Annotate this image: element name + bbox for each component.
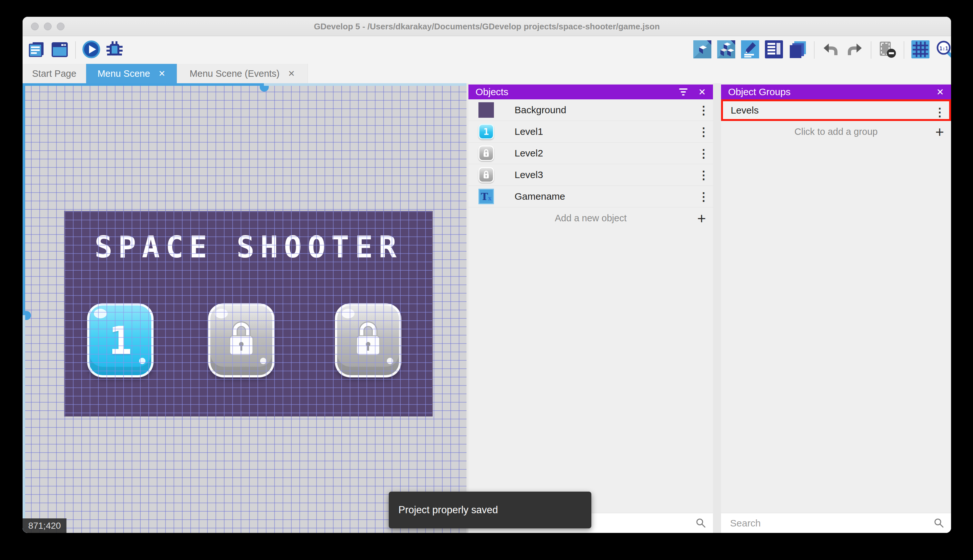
close-panel-icon[interactable]: ✕ [936,87,944,97]
toolbar-separator [904,41,904,59]
project-manager-button[interactable] [27,41,45,59]
close-tab-icon[interactable]: ✕ [158,69,165,79]
scene-background-object[interactable]: SPACE SHOOTER 1 [65,211,432,416]
object-name: Background [515,105,566,115]
main-toolbar: 1:1 [23,36,951,64]
gdevelop-window: GDevelop 5 - /Users/dkarakay/Documents/G… [23,17,951,533]
zoom-ratio-label: 1:1 [940,46,948,52]
object-groups-search-bar [721,513,951,533]
tab-start-page[interactable]: Start Page [23,64,86,83]
title-bar: GDevelop 5 - /Users/dkarakay/Documents/G… [23,17,951,36]
toolbar-separator [814,41,815,59]
close-tab-icon[interactable]: ✕ [288,69,295,79]
text-object-thumbnail: Tx [478,189,494,204]
window-mask-icon [878,40,897,60]
horizontal-scrollbar-knob[interactable] [260,86,269,92]
group-name: Levels [731,105,759,116]
launch-preview-button[interactable] [82,41,100,59]
vertical-scrollbar-knob[interactable] [25,311,31,320]
plus-icon[interactable]: + [697,211,706,226]
level1-button-label: 1 [109,318,132,363]
zoom-options-button[interactable]: 1:1 [935,41,951,59]
plus-icon[interactable]: + [935,125,944,139]
close-panel-icon[interactable]: ✕ [698,87,706,97]
properties-pencil-icon [741,40,759,60]
tab-label: Menu Scene (Events) [190,68,280,79]
objects-editor-icon [693,40,711,60]
instances-list-icon [765,40,783,60]
project-manager-icon [27,40,45,60]
scene-window-icon [51,40,69,60]
cursor-coordinates-badge: 871;420 [23,518,67,533]
scene-title-text: SPACE SHOOTER [65,230,432,265]
add-group-label: Click to add a group [795,127,878,137]
object-groups-panel: Object Groups ✕ Levels ⋮ Click to add a … [721,83,951,533]
toolbar-separator [871,41,871,59]
tab-menu-scene-events[interactable]: Menu Scene (Events) ✕ [177,64,308,83]
open-instances-list-button[interactable] [765,41,783,59]
panel-divider [713,83,721,533]
object-menu-icon[interactable]: ⋮ [699,186,708,207]
group-menu-icon[interactable]: ⋮ [935,101,945,123]
object-name: Level3 [515,169,543,180]
horizontal-scrollbar[interactable] [23,83,467,86]
object-row-background[interactable]: Background ⋮ [468,99,713,121]
bug-debug-icon [105,40,124,60]
toggle-grid-button[interactable] [911,41,930,59]
lock-icon [353,320,383,360]
redo-icon [846,40,864,60]
level3-locked-button-instance[interactable] [335,303,402,377]
debug-button[interactable] [105,41,123,59]
toolbar-left-group [27,41,123,59]
scene-canvas[interactable]: SPACE SHOOTER 1 871;420 [23,83,467,533]
grid-icon [911,40,930,60]
play-icon [82,40,101,60]
undo-icon [822,40,840,60]
group-row-levels-highlighted[interactable]: Levels ⋮ [721,99,951,121]
objects-panel-header: Objects ✕ [468,85,713,99]
open-objects-editor-button[interactable] [693,41,711,59]
search-icon [696,518,706,528]
object-menu-icon[interactable]: ⋮ [699,121,708,143]
object-menu-icon[interactable]: ⋮ [699,143,708,164]
object-row-gamename[interactable]: Tx Gamename ⋮ [468,186,713,207]
add-group-button[interactable]: Click to add a group + [721,121,951,143]
vertical-scrollbar[interactable] [23,83,25,533]
object-groups-panel-header: Object Groups ✕ [721,85,951,99]
add-new-object-button[interactable]: Add a new object + [468,207,713,229]
object-name: Gamename [515,191,565,202]
object-menu-icon[interactable]: ⋮ [699,164,708,186]
level-button-thumbnail: 1 [478,124,494,139]
redo-button[interactable] [846,41,864,59]
object-name: Level2 [515,148,543,159]
open-object-groups-editor-button[interactable] [717,41,735,59]
toggle-window-mask-button[interactable] [878,41,896,59]
open-properties-button[interactable] [741,41,759,59]
window-title: GDevelop 5 - /Users/dkarakay/Documents/G… [23,17,951,36]
filter-icon[interactable] [679,88,688,95]
toolbar-right-group: 1:1 [693,41,951,59]
object-row-level3[interactable]: Level3 ⋮ [468,164,713,186]
editor-tab-bar: Start Page Menu Scene ✕ Menu Scene (Even… [23,64,951,83]
object-row-level2[interactable]: Level2 ⋮ [468,143,713,164]
open-scene-window-button[interactable] [51,41,69,59]
level1-button-instance[interactable]: 1 [87,303,153,377]
locked-button-thumbnail [478,167,494,183]
object-groups-search-input[interactable] [721,513,951,533]
tab-label: Start Page [32,68,76,79]
save-toast: Project properly saved [389,492,591,528]
level2-locked-button-instance[interactable] [208,303,275,377]
open-layers-editor-button[interactable] [789,41,807,59]
object-row-level1[interactable]: 1 Level1 ⋮ [468,121,713,143]
tab-menu-scene[interactable]: Menu Scene ✕ [86,64,177,83]
tab-label: Menu Scene [97,68,150,79]
undo-button[interactable] [822,41,840,59]
layers-icon [788,40,807,60]
toolbar-separator [75,41,76,59]
lock-icon [226,320,257,360]
locked-button-thumbnail [478,145,494,161]
objects-panel: Objects ✕ Background ⋮ 1 Level1 ⋮ Level2 [468,83,713,533]
object-menu-icon[interactable]: ⋮ [699,99,708,121]
add-new-object-label: Add a new object [555,213,626,223]
object-name: Level1 [515,126,543,137]
